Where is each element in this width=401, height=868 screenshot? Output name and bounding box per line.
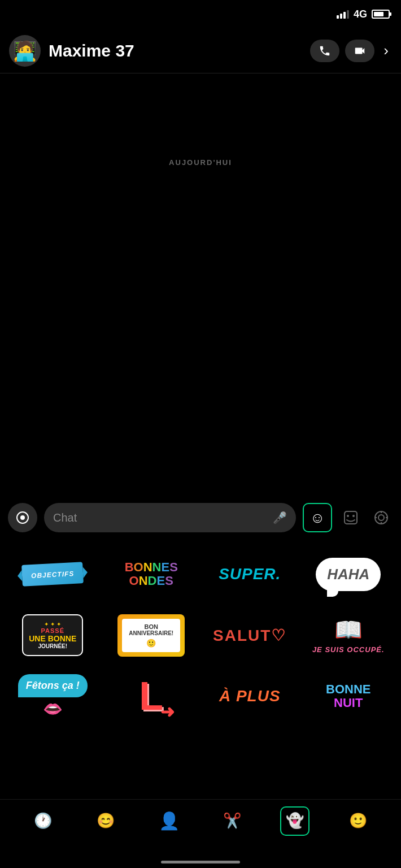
signal-bar-2 <box>340 14 342 19</box>
emoji-panel-button[interactable]: ☺ <box>303 503 332 532</box>
sticker-button[interactable] <box>339 506 363 530</box>
scissors-icon: ✂️ <box>223 812 241 830</box>
nuit-line: NUIT <box>326 696 371 710</box>
arrow-symbol: ➜ <box>160 702 175 722</box>
svg-point-2 <box>352 515 355 517</box>
objectifs-text: OBJECTIFS <box>31 570 75 580</box>
passe-sticker: ✦ ✦ ✦ PASSÉ UNE BONNE JOURNÉE! <box>22 614 83 656</box>
chat-header: 🧑‍💻 Maxime 37 › <box>0 28 401 73</box>
stars-decoration: ✦ ✦ ✦ <box>29 621 76 627</box>
sticker-bonnes-ondes[interactable]: BONNES ONDES <box>104 546 199 602</box>
video-call-button[interactable] <box>345 40 374 62</box>
bon-text: BON <box>129 623 173 630</box>
sticker-fetons-ca[interactable]: Fêtons ça ! 👄 <box>6 668 100 724</box>
l-arrow-container: L ➜ <box>139 676 163 716</box>
svg-point-3 <box>375 511 387 524</box>
je-suis-occupe-text: JE SUIS OCCUPÉ. <box>312 645 385 654</box>
header-actions: › <box>310 40 392 62</box>
sticker-salut[interactable]: SALUT♡ <box>203 607 297 663</box>
sticker-haha[interactable]: HAHA <box>302 546 396 602</box>
sticker-bonne-nuit[interactable]: BONNE NUIT <box>302 668 396 724</box>
passe-line2: UNE BONNE <box>29 634 76 643</box>
signal-indicator <box>337 10 349 19</box>
super-text: SUPER. <box>219 565 281 583</box>
sticker-objectifs[interactable]: OBJECTIFS <box>6 546 100 602</box>
toolbar-clock[interactable]: 🕐 <box>28 806 58 836</box>
contact-name[interactable]: Maxime 37 <box>49 41 310 60</box>
sticker-bon-anniversaire[interactable]: BON ANNIVERSAIRE! 🙂 <box>104 607 199 663</box>
haha-text: HAHA <box>327 566 369 583</box>
l-letter: L <box>139 674 163 718</box>
sticker-a-plus[interactable]: À PLUS <box>203 668 297 724</box>
date-separator: AUJOURD'HUI <box>0 158 401 167</box>
bonnes-ondes-text: BONNES ONDES <box>125 561 178 588</box>
chat-input-container[interactable]: Chat 🎤 <box>44 503 296 532</box>
sticker-icon <box>342 509 359 526</box>
more-button[interactable]: › <box>380 42 392 59</box>
input-row: Chat 🎤 ☺ <box>0 495 401 540</box>
sticker-row-1: OBJECTIFS BONNES ONDES SUPER. HAHA <box>6 546 395 602</box>
bonne-line: BONNE <box>326 683 371 696</box>
sticker-passe-bonne-journee[interactable]: ✦ ✦ ✦ PASSÉ UNE BONNE JOURNÉE! <box>6 607 100 663</box>
microphone-icon[interactable]: 🎤 <box>273 511 287 524</box>
toolbar-emoji[interactable]: 😊 <box>91 806 120 836</box>
fetons-text: Fêtons ça ! <box>26 680 80 691</box>
signal-bar-4 <box>347 10 349 19</box>
bonne-nuit-sticker: BONNE NUIT <box>326 683 371 710</box>
filter-button[interactable] <box>369 506 393 530</box>
svg-point-4 <box>378 515 384 520</box>
chat-placeholder: Chat <box>53 511 267 524</box>
salut-text: SALUT♡ <box>213 626 286 645</box>
sticker-super[interactable]: SUPER. <box>203 546 297 602</box>
emoji-icon: 😊 <box>97 812 115 830</box>
clock-icon: 🕐 <box>34 812 52 830</box>
passe-line3: JOURNÉE! <box>29 643 76 649</box>
sticker-row-2: ✦ ✦ ✦ PASSÉ UNE BONNE JOURNÉE! BON ANNIV… <box>6 607 395 663</box>
bon-anniversaire-sticker: BON ANNIVERSAIRE! 🙂 <box>117 614 185 657</box>
toolbar-scissors[interactable]: ✂️ <box>217 806 247 836</box>
svg-rect-0 <box>345 511 357 524</box>
sticker-section: OBJECTIFS BONNES ONDES SUPER. HAHA ✦ ✦ ✦… <box>0 540 401 800</box>
battery-indicator <box>372 10 390 19</box>
haha-cloud: HAHA <box>316 558 381 591</box>
signal-bar-1 <box>337 15 339 19</box>
anniversaire-text: ANNIVERSAIRE! <box>129 630 173 636</box>
call-button[interactable] <box>310 40 339 62</box>
signal-bar-3 <box>343 12 346 19</box>
passe-line1: PASSÉ <box>29 627 76 634</box>
toolbar-ghost[interactable]: 👻 <box>280 806 310 836</box>
a-plus-text: À PLUS <box>219 687 281 705</box>
sticker-l-arrow[interactable]: L ➜ <box>104 668 199 724</box>
smiley-face-icon: ☺ <box>310 509 325 527</box>
network-type: 4G <box>354 8 367 20</box>
smiley-icon: 🙂 <box>349 812 367 830</box>
camera-button[interactable] <box>8 503 37 532</box>
reading-emoji: 📖 <box>334 617 363 643</box>
toolbar-smiley[interactable]: 🙂 <box>343 806 373 836</box>
toolbar-bitmoji[interactable]: 👤 <box>154 806 184 836</box>
sticker-je-suis-occupe[interactable]: 📖 JE SUIS OCCUPÉ. <box>302 607 396 663</box>
video-icon <box>354 45 366 57</box>
chat-area: AUJOURD'HUI <box>0 73 401 495</box>
fetons-sticker: Fêtons ça ! <box>18 674 88 697</box>
bon-anniversaire-inner: BON ANNIVERSAIRE! 🙂 <box>122 619 180 652</box>
emoji-decoration: 🙂 <box>129 639 173 648</box>
eye-filter-icon <box>373 509 390 526</box>
bitmoji-icon: 👤 <box>159 811 180 831</box>
objectifs-banner: OBJECTIFS <box>21 562 84 587</box>
svg-point-1 <box>347 515 349 517</box>
home-indicator <box>161 861 240 863</box>
phone-icon <box>319 45 331 57</box>
avatar-image: 🧑‍💻 <box>13 40 37 62</box>
lips-emoji: 👄 <box>43 700 63 718</box>
bottom-toolbar: 🕐 😊 👤 ✂️ 👻 🙂 <box>0 799 401 842</box>
ghost-icon: 👻 <box>286 812 304 830</box>
battery-fill <box>374 12 383 16</box>
status-bar: 4G <box>0 0 401 28</box>
avatar[interactable]: 🧑‍💻 <box>9 35 41 67</box>
sticker-row-3: Fêtons ça ! 👄 L ➜ À PLUS BONNE NUIT <box>6 668 395 724</box>
